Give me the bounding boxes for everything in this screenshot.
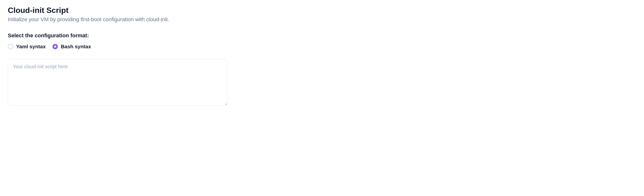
- format-label: Select the configuration format:: [8, 32, 227, 39]
- cloud-init-section: Cloud-init Script Initialize your VM by …: [8, 6, 227, 107]
- section-description: Initialize your VM by providing first-bo…: [8, 16, 227, 23]
- format-radio-group: Yaml syntax Bash syntax: [8, 44, 227, 49]
- radio-label-yaml: Yaml syntax: [16, 44, 46, 49]
- radio-yaml-syntax[interactable]: Yaml syntax: [8, 44, 46, 49]
- section-title: Cloud-init Script: [8, 6, 227, 15]
- radio-label-bash: Bash syntax: [61, 44, 91, 49]
- radio-circle-icon: [52, 44, 58, 49]
- radio-bash-syntax[interactable]: Bash syntax: [52, 44, 91, 49]
- radio-circle-icon: [8, 44, 13, 49]
- cloud-init-script-textarea[interactable]: [8, 59, 227, 106]
